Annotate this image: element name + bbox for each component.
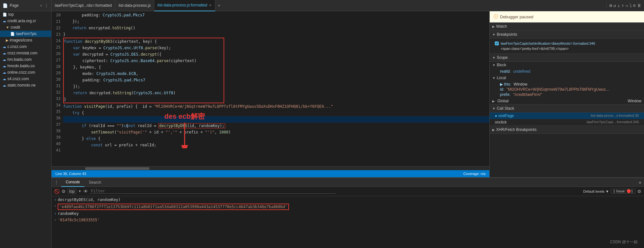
tab-0-label: lawFirm?picCapt...rds=:formatted bbox=[55, 3, 112, 8]
right-icon-7[interactable]: ⊘ bbox=[633, 3, 636, 8]
sidebar-top-label: top bbox=[8, 12, 14, 17]
watermark-text: CSDN @十一姐 bbox=[610, 240, 638, 244]
sidebar-item-top[interactable]: 📄 top bbox=[0, 11, 51, 18]
page-label: Page bbox=[10, 3, 19, 8]
watch-section-header[interactable]: ▶ Watch bbox=[490, 23, 644, 31]
page-more-icon[interactable]: » bbox=[40, 3, 42, 8]
sidebar-item-static[interactable]: ☁ static.homolo.ne bbox=[0, 82, 51, 88]
console-content[interactable]: › decryptByDES(id, randomKey) ‹ 'e409fae… bbox=[52, 196, 644, 248]
right-icon-5[interactable]: → bbox=[625, 3, 628, 8]
scope-global[interactable]: ▶ Global Window bbox=[490, 98, 644, 104]
issues-badge[interactable]: 1 Issue: 🔴1 bbox=[611, 189, 635, 194]
tab-strip: lawFirm?picCapt...rds=:formatted list-da… bbox=[52, 0, 606, 11]
page-menu-icon[interactable]: ⋮ bbox=[44, 3, 49, 8]
breakpoint-item-0[interactable]: lawFirm?picCaptchaVerification=&keyWords… bbox=[490, 40, 644, 52]
scope-realid-val: undefined bbox=[513, 69, 530, 74]
sidebar-item-s4[interactable]: ☁ s4.cnzz.com bbox=[0, 76, 51, 82]
sidebar-baidu-label: hm.baidu.com bbox=[7, 57, 32, 62]
tab-1[interactable]: list-data-process.js bbox=[115, 0, 154, 11]
breakpoints-chevron: ▼ bbox=[492, 33, 495, 36]
sidebar-item-hmcdn[interactable]: ☁ hmcdn.baidu.co bbox=[0, 63, 51, 69]
code-line-26: var decrypted = CryptoJS.DES.decrypt({ bbox=[64, 51, 224, 58]
right-icon-4[interactable]: ↑ bbox=[621, 3, 624, 8]
code-editor[interactable]: 2021222324252627282930313233343536373839… bbox=[52, 11, 489, 177]
sidebar-credit-folder-label: credit bbox=[11, 25, 20, 30]
sidebar-online-cnzz-label: online.cnzz.com bbox=[7, 70, 35, 75]
code-line-38: setTimeout("visitPage('" + id + "','" + … bbox=[63, 129, 489, 135]
file-icon-lawfirm: 📄 bbox=[10, 32, 15, 36]
code-line-30: padding: CryptoJS.pad.Pkcs7 bbox=[64, 77, 224, 83]
console-gear-btn[interactable]: ⚙ bbox=[637, 189, 641, 194]
callstack-item-1[interactable]: onclick lawFirm?picCapt...:formatted:346 bbox=[490, 119, 644, 125]
page-panel-header: 📄 Page » ⋮ bbox=[0, 0, 52, 11]
scope-content: ▼ Block realId: undefined ▼ Loc bbox=[490, 62, 644, 105]
scope-section-header[interactable]: ▼ Scope bbox=[490, 54, 644, 62]
code-line-27: ciphertext: CryptoJS.enc.Base64.parse(ci… bbox=[64, 58, 224, 64]
console-context-arrow[interactable]: ▼ bbox=[78, 189, 82, 193]
breakpoint-code: <span class='pretty-font'>&#x6795;</span… bbox=[501, 46, 595, 51]
local-label: Local bbox=[497, 76, 506, 80]
right-icon-6[interactable]: ⤵ bbox=[630, 3, 632, 8]
close-panel-btn[interactable]: ✕ bbox=[636, 180, 644, 185]
default-levels-btn[interactable]: Default levels ▼ bbox=[583, 189, 609, 193]
sidebar-item-credit-acla[interactable]: ☁ credit.acla.org.cr bbox=[0, 18, 51, 24]
breakpoints-content: lawFirm?picCaptchaVerification=&keyWords… bbox=[490, 39, 644, 54]
console-filter-input[interactable] bbox=[90, 189, 336, 194]
cloud-icon-5: ☁ bbox=[3, 64, 6, 68]
code-content[interactable]: padding: CryptoJS.pad.Pkcs7 }); return e… bbox=[63, 12, 489, 155]
tab-2-close[interactable]: ✕ bbox=[209, 4, 212, 7]
sidebar-images-label: images/icons bbox=[10, 38, 32, 42]
scope-label: Scope bbox=[497, 55, 508, 60]
right-icon-8[interactable]: ⏸ bbox=[637, 3, 641, 8]
callstack-section-header[interactable]: ▼ Call Stack bbox=[490, 105, 644, 113]
scope-block-header[interactable]: ▼ Block bbox=[490, 62, 644, 68]
console-toolbar: 🚫 ⚙ top ▼ 👁 Default levels ▼ 1 Issue: 🔴1… bbox=[52, 187, 644, 196]
sidebar-item-cnzz[interactable]: ☁ c.cnzz.com bbox=[0, 43, 51, 50]
breakpoints-section-header[interactable]: ▼ Breakpoints bbox=[490, 31, 644, 39]
console-output-line-0: ‹ 'e409fae46c3786f2ff71e13753bb9fc111a8b… bbox=[52, 203, 644, 211]
tab-1-label: list-data-process.js bbox=[119, 3, 151, 8]
horizontal-scrollbar[interactable] bbox=[52, 166, 489, 170]
scope-local-header[interactable]: ▼ Local bbox=[490, 75, 644, 81]
sidebar-credit-acla-label: credit.acla.org.cr bbox=[7, 19, 36, 23]
console-eye-btn[interactable]: 👁 bbox=[83, 189, 88, 194]
bottom-tabs: ⋮ Console Search ✕ bbox=[52, 178, 644, 187]
scope-this[interactable]: ▶ this: Window bbox=[497, 82, 644, 87]
sidebar-item-online-cnzz[interactable]: ☁ online.cnzz.com bbox=[0, 69, 51, 76]
block-label: Block bbox=[497, 63, 506, 67]
tab-console[interactable]: Console bbox=[61, 178, 84, 187]
scope-id: id: "Ml2OHVRCe+W/jNGqtrmeW79w7L8PPfsTl8t… bbox=[497, 87, 644, 92]
sidebar-item-lawfirm[interactable]: 📄 lawFirm?pic bbox=[0, 31, 51, 37]
console-settings-btn[interactable]: ⚙ bbox=[62, 189, 66, 194]
right-panel-icons: ⊞ ↺ ↓ ↑ → ⤵ ⊘ ⏸ bbox=[606, 3, 644, 8]
sidebar-item-mmstat[interactable]: ☁ cnzz.mmstat.com bbox=[0, 50, 51, 56]
breakpoint-checkbox-0[interactable] bbox=[495, 41, 499, 45]
clear-console-btn[interactable]: 🚫 bbox=[54, 189, 60, 194]
callstack-item-0[interactable]: ● visitPage list-data-proce...s:formatte… bbox=[490, 113, 644, 119]
page-icon: 📄 bbox=[3, 3, 8, 8]
tab-search[interactable]: Search bbox=[84, 178, 106, 187]
right-icon-1[interactable]: ⊞ bbox=[609, 3, 612, 8]
callstack-label: Call Stack bbox=[497, 106, 514, 111]
global-chevron: ▶ bbox=[492, 99, 495, 103]
sidebar-item-baidu[interactable]: ☁ hm.baidu.com bbox=[0, 56, 51, 63]
sidebar-s4-label: s4.cnzz.com bbox=[7, 77, 29, 81]
right-icon-3[interactable]: ↓ bbox=[617, 3, 620, 8]
code-line-34: function visitPage(id, prefix) { id = "M… bbox=[63, 103, 489, 110]
code-line-39: } else { bbox=[63, 135, 489, 142]
watch-chevron: ▶ bbox=[492, 25, 495, 28]
callstack-fn-1: onclick bbox=[495, 120, 507, 124]
sidebar-item-credit-folder[interactable]: ▼ credit bbox=[0, 24, 51, 31]
code-line-32: return decrypted.toString(CryptoJS.enc.U… bbox=[64, 90, 224, 96]
breakpoint-location: lawFirm?picCaptchaVerification=&keyWords… bbox=[501, 41, 595, 46]
console-prompt-in: › bbox=[54, 197, 56, 202]
tab-more-btn[interactable]: » bbox=[215, 0, 223, 11]
tab-2[interactable]: list-data-process.js:formatted ✕ bbox=[154, 0, 215, 11]
xhr-section-header[interactable]: ▶ XHR/Fetch Breakpoints bbox=[490, 126, 644, 134]
right-icon-2[interactable]: ↺ bbox=[613, 3, 616, 8]
cloud-icon-3: ☁ bbox=[3, 51, 6, 55]
bottom-panel-menu[interactable]: ⋮ bbox=[52, 180, 61, 185]
scope-block-items: realId: undefined bbox=[490, 68, 644, 75]
sidebar-item-images[interactable]: ▶ images/icons bbox=[0, 37, 51, 43]
tab-0[interactable]: lawFirm?picCapt...rds=:formatted bbox=[52, 0, 115, 11]
